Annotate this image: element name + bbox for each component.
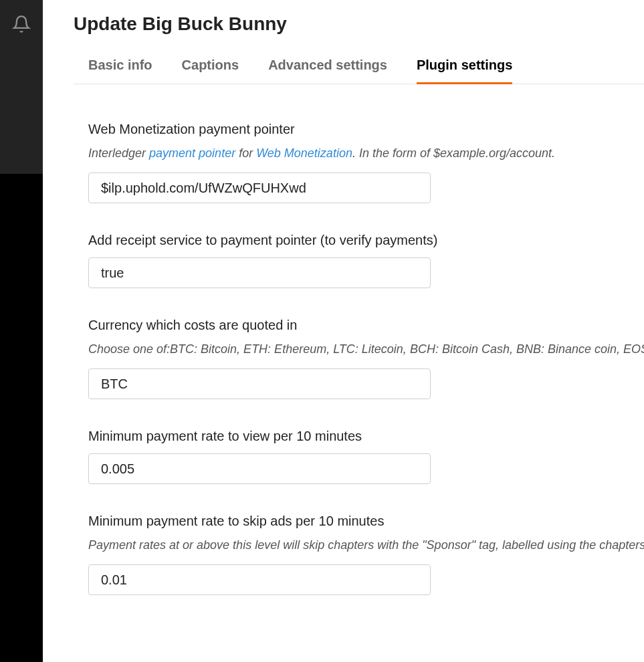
page-title: Update Big Buck Bunny [74,13,644,35]
receipt-service-input[interactable] [88,257,431,288]
field-help: Interledger payment pointer for Web Mone… [88,146,644,160]
field-currency: Currency which costs are quoted in Choos… [88,318,644,399]
field-min-rate-view: Minimum payment rate to view per 10 minu… [88,429,644,484]
field-label: Add receipt service to payment pointer (… [88,233,644,248]
field-label: Minimum payment rate to view per 10 minu… [88,429,644,444]
field-help: Payment rates at or above this level wil… [88,538,644,552]
main-content: Update Big Buck Bunny Basic info Caption… [43,0,644,662]
field-payment-pointer: Web Monetization payment pointer Interle… [88,122,644,203]
tab-advanced-settings[interactable]: Advanced settings [268,58,387,84]
field-receipt-service: Add receipt service to payment pointer (… [88,233,644,288]
tab-basic-info[interactable]: Basic info [88,58,152,84]
tab-plugin-settings[interactable]: Plugin settings [417,58,512,84]
currency-input[interactable] [88,368,431,399]
sidebar-top [0,0,43,55]
link-web-monetization[interactable]: Web Monetization [256,146,352,160]
tab-captions[interactable]: Captions [182,58,239,84]
field-label: Web Monetization payment pointer [88,122,644,137]
field-min-rate-skip: Minimum payment rate to skip ads per 10 … [88,514,644,595]
link-payment-pointer[interactable]: payment pointer [149,146,235,160]
field-label: Currency which costs are quoted in [88,318,644,333]
tabs: Basic info Captions Advanced settings Pl… [74,58,644,84]
sidebar [0,0,43,662]
sidebar-mid [0,55,43,174]
min-rate-view-input[interactable] [88,453,431,484]
payment-pointer-input[interactable] [88,173,431,203]
field-label: Minimum payment rate to skip ads per 10 … [88,514,644,529]
bell-icon[interactable] [12,15,31,36]
field-help: Choose one of:BTC: Bitcoin, ETH: Ethereu… [88,342,644,356]
min-rate-skip-input[interactable] [88,564,431,595]
form-plugin-settings: Web Monetization payment pointer Interle… [74,122,644,595]
